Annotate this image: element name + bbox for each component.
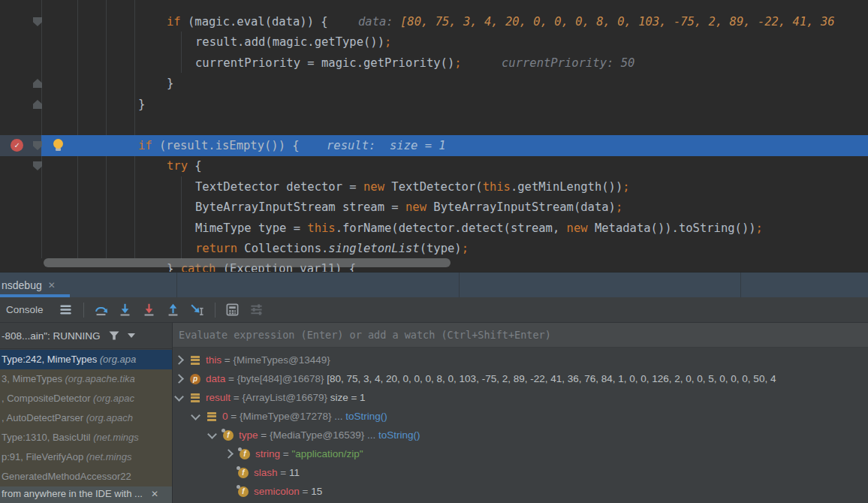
chevron-down-icon[interactable] xyxy=(174,392,184,402)
ide-debug-screen: if (magic.eval(data)) {data: [80, 75, 3,… xyxy=(0,0,868,503)
tostring-link[interactable]: toString() xyxy=(345,411,387,422)
variable-value: ... xyxy=(334,411,345,422)
variable-value: {ArrayList@16679} xyxy=(242,392,330,403)
variable-value: {MimeType@17278} xyxy=(240,411,334,422)
value-stack-icon xyxy=(189,354,201,366)
code-text: result.add(magic.getType()); xyxy=(195,32,391,53)
code-line: if (magic.eval(data)) {data: [80, 75, 3,… xyxy=(0,11,868,32)
field-icon: f xyxy=(237,486,249,498)
filter-funnel-icon[interactable] xyxy=(108,330,120,342)
chevron-right-icon[interactable] xyxy=(174,374,184,384)
variable-name: type xyxy=(239,429,258,441)
variable-name: this xyxy=(206,354,222,366)
chevron-down-icon[interactable] xyxy=(191,411,200,420)
code-editor[interactable]: if (magic.eval(data)) {data: [80, 75, 3,… xyxy=(0,0,868,272)
code-line: result.add(magic.getType()); xyxy=(0,32,868,53)
value-stack-icon xyxy=(206,411,218,423)
field-icon: f xyxy=(239,448,251,460)
variable-value: ... xyxy=(367,429,378,441)
code-line: MimeType type = this.forName(detector.de… xyxy=(0,218,868,239)
fold-marker-icon[interactable] xyxy=(33,17,42,26)
code-line: } xyxy=(0,94,868,115)
code-text: } xyxy=(138,94,145,115)
variable-name: data xyxy=(206,373,225,384)
variable-row[interactable]: ftype = {MediaType@16539} ... toString() xyxy=(173,426,868,444)
variable-row[interactable]: result = {ArrayList@16679} size = 1 xyxy=(173,388,868,407)
debug-toolbar: Console xyxy=(0,297,868,323)
chevron-down-icon[interactable] xyxy=(128,333,135,338)
code-line: currentPriority = magic.getPriority();cu… xyxy=(0,53,868,74)
force-step-into-icon[interactable] xyxy=(140,301,158,319)
tabbar-separator xyxy=(740,273,741,298)
step-into-icon[interactable] xyxy=(116,301,134,319)
chevron-down-icon[interactable] xyxy=(207,429,217,439)
code-text: TextDetector detector = new TextDetector… xyxy=(195,176,630,197)
variable-name: slash xyxy=(254,467,278,478)
fold-marker-icon[interactable] xyxy=(33,79,42,88)
evaluate-expression-icon[interactable] xyxy=(224,301,242,319)
variable-value: {byte[484]@16678} xyxy=(237,373,327,384)
tostring-link[interactable]: toString() xyxy=(378,429,420,441)
step-over-icon[interactable] xyxy=(92,301,110,319)
code-text: if (magic.eval(data)) { xyxy=(167,11,328,32)
evaluate-expression-input[interactable]: Evaluate expression (Enter) or add a wat… xyxy=(173,323,868,348)
stack-frame-row[interactable]: Type:1310, BasicUtil (net.mings xyxy=(0,428,172,447)
variable-name: semicolon xyxy=(254,486,300,497)
variable-name: string xyxy=(255,448,280,459)
variables-panel: Evaluate expression (Enter) or add a wat… xyxy=(173,323,868,503)
variable-value: 11 xyxy=(289,467,300,478)
variable-row[interactable]: this = {MimeTypes@13449} xyxy=(173,351,868,369)
code-text: if (result.isEmpty()) { xyxy=(138,135,300,156)
field-icon: f xyxy=(222,429,234,441)
variable-value: {MediaType@16539} xyxy=(270,429,367,441)
toolbar-separator xyxy=(215,303,215,318)
code-line xyxy=(0,114,868,135)
stack-frame-row[interactable]: Type:242, MimeTypes (org.apa xyxy=(0,350,172,369)
fold-marker-icon[interactable] xyxy=(33,161,42,170)
stack-frame-row[interactable]: , CompositeDetector (org.apac xyxy=(0,389,172,408)
code-text: ByteArrayInputStream stream = new ByteAr… xyxy=(195,197,622,218)
stack-frame-row[interactable]: p:91, FileVerifyAop (net.mings xyxy=(0,447,172,467)
stack-frame-row[interactable]: GeneratedMethodAccessor22 xyxy=(0,467,172,486)
variable-value: "application/zip" xyxy=(291,448,363,459)
breakpoint-icon[interactable]: ✓ xyxy=(11,139,23,152)
no-chevron xyxy=(225,489,231,494)
variable-row[interactable]: fslash = 11 xyxy=(173,463,868,482)
variable-row[interactable]: 0 = {MimeType@17278} ... toString() xyxy=(173,407,868,426)
horizontal-scrollbar[interactable] xyxy=(44,258,451,267)
tab-console[interactable]: Console xyxy=(6,304,44,315)
close-icon[interactable]: ✕ xyxy=(48,280,56,291)
thread-selector[interactable]: -808...ain": RUNNING xyxy=(0,323,172,349)
variable-value: 15 xyxy=(311,486,322,497)
variable-row[interactable]: fstring = "application/zip" xyxy=(173,444,868,463)
variable-row[interactable]: fsemicolon = 15 xyxy=(173,482,868,501)
tabbar-separator xyxy=(459,273,460,298)
chevron-right-icon[interactable] xyxy=(224,449,234,459)
close-icon[interactable]: ✕ xyxy=(151,486,158,501)
stack-frame-row[interactable]: 3, MimeTypes (org.apache.tika xyxy=(0,369,172,389)
step-out-icon[interactable] xyxy=(164,301,182,319)
evaluate-placeholder: Evaluate expression (Enter) or add a wat… xyxy=(179,329,551,341)
thread-status: -808...ain": RUNNING xyxy=(2,330,101,342)
tip-text: from anywhere in the IDE with ... xyxy=(2,488,143,499)
fold-marker-icon[interactable] xyxy=(33,100,42,109)
run-to-cursor-icon[interactable] xyxy=(188,301,206,319)
no-chevron xyxy=(225,470,231,475)
stack-frame-row[interactable]: , AutoDetectParser (org.apach xyxy=(0,408,172,428)
code-line: } xyxy=(0,73,868,94)
current-breakpoint-line: ✓if (result.isEmpty()) {result: size = 1 xyxy=(0,135,868,156)
debugger-content: -808...ain": RUNNING from anywhere in th… xyxy=(0,323,868,503)
intention-bulb-icon[interactable] xyxy=(53,139,64,150)
variable-name: result xyxy=(206,392,231,403)
code-text: return Collections.singletonList(type); xyxy=(195,238,469,259)
layout-settings-icon[interactable] xyxy=(248,301,266,319)
hamburger-menu-icon[interactable] xyxy=(57,301,75,319)
inline-debugger-hint: data: [80, 75, 3, 4, 20, 0, 0, 0, 8, 0, … xyxy=(358,11,835,32)
fold-marker-icon[interactable] xyxy=(33,141,42,150)
code-line: try { xyxy=(0,155,868,176)
variable-row[interactable]: pdata = {byte[484]@16678} [80, 75, 3, 4,… xyxy=(173,369,868,388)
chevron-right-icon[interactable] xyxy=(174,355,184,365)
parameter-icon: p xyxy=(189,373,201,385)
code-text: currentPriority = magic.getPriority(); xyxy=(195,53,462,74)
code-text: MimeType type = this.forName(detector.de… xyxy=(195,218,763,239)
